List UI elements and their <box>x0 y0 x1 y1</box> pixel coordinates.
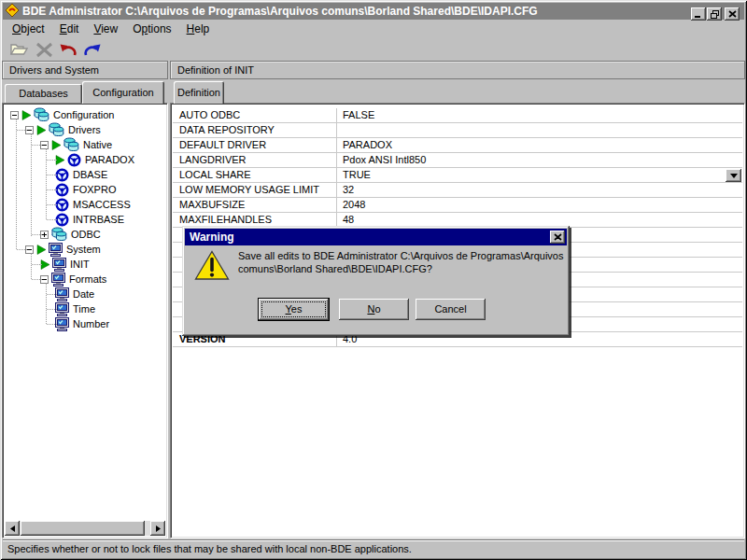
tree-item-number[interactable]: Number <box>55 316 109 331</box>
menu-view[interactable]: View <box>86 21 125 37</box>
tree-item-native[interactable]: Native <box>40 137 112 152</box>
param-name-cell[interactable]: MAXBUFSIZE <box>173 198 337 212</box>
param-name-cell[interactable]: LOCAL SHARE <box>173 168 337 182</box>
scroll-left-button[interactable] <box>5 521 20 536</box>
delete-button[interactable] <box>32 39 56 60</box>
scroll-right-button[interactable] <box>150 521 165 536</box>
grid-row-auto-odbc: AUTO ODBCFALSE <box>173 108 742 123</box>
left-panel-header: Drivers and System <box>2 61 168 79</box>
window-titlebar[interactable]: BDE Administrator C:\Arquivos de Program… <box>3 3 744 20</box>
tree-connector <box>32 279 42 280</box>
dialog-titlebar[interactable]: Warning <box>185 229 567 245</box>
tree-connector <box>17 130 27 131</box>
driver-icon <box>67 153 81 167</box>
tree-item-time[interactable]: Time <box>55 301 95 316</box>
cancel-button[interactable]: Cancel <box>416 299 486 320</box>
dialog-title: Warning <box>190 231 234 244</box>
param-name-cell[interactable]: AUTO ODBC <box>173 108 337 122</box>
dialog-close-icon[interactable] <box>550 231 565 244</box>
tree-item-label: INTRBASE <box>73 214 124 225</box>
param-name-cell[interactable]: LANGDRIVER <box>173 153 337 167</box>
no-button[interactable]: No <box>339 299 409 320</box>
tree-item-dbase[interactable]: DBASE <box>55 167 107 182</box>
param-value-cell[interactable] <box>337 123 742 137</box>
right-panel-header: Definition of INIT <box>170 61 745 79</box>
close-button[interactable] <box>725 7 740 21</box>
param-value-cell[interactable]: TRUE <box>337 168 742 182</box>
tree-item-label: Formats <box>69 273 106 285</box>
restore-button[interactable] <box>707 7 722 21</box>
tree-item-foxpro[interactable]: FOXPRO <box>55 182 116 197</box>
tree-connector <box>16 119 17 249</box>
redo-button[interactable] <box>80 39 105 60</box>
computer-icon <box>55 287 69 301</box>
tree-item-label: INIT <box>70 259 90 270</box>
param-name-cell[interactable]: DEFAULT DRIVER <box>173 138 337 152</box>
right-panel-header-label: Definition of INIT <box>177 64 254 76</box>
menu-options[interactable]: Options <box>125 21 178 37</box>
undo-button[interactable] <box>56 39 80 60</box>
app-icon <box>6 4 19 19</box>
tree-item-label: DBASE <box>73 169 107 180</box>
value-dropdown-button[interactable] <box>726 169 741 182</box>
tree-item-date[interactable]: Date <box>55 287 94 301</box>
tree-connector <box>31 253 32 279</box>
tree-item-label: Drivers <box>68 124 101 135</box>
computer-icon <box>55 302 69 316</box>
database-icon <box>49 122 64 137</box>
computer-icon <box>55 317 69 331</box>
tree-item-msaccess[interactable]: MSACCESS <box>55 197 131 212</box>
tree-item-formats[interactable]: Formats <box>40 272 106 287</box>
tree-connector <box>47 175 57 175</box>
database-icon <box>34 107 49 122</box>
left-panel-header-label: Drivers and System <box>9 64 99 76</box>
tree-item-label: Number <box>73 318 109 329</box>
param-value-cell[interactable]: 48 <box>337 213 742 227</box>
tree-item-paradox[interactable]: PARADOX <box>55 152 134 167</box>
param-name-cell[interactable]: DATA REPOSITORY <box>173 123 337 137</box>
warning-icon <box>194 250 230 283</box>
menu-help[interactable]: Help <box>179 21 218 37</box>
tree-connector <box>46 283 47 324</box>
menu-object[interactable]: Object <box>5 21 52 37</box>
modified-arrow-icon <box>21 110 32 120</box>
tree-connector <box>47 204 57 205</box>
tree-item-odbc[interactable]: ODBC <box>40 227 101 242</box>
tree-item-drivers[interactable]: Drivers <box>25 122 101 137</box>
tree-connector <box>47 160 57 161</box>
tree-item-system[interactable]: System <box>25 242 101 257</box>
tree-item-label: PARADOX <box>85 154 134 165</box>
tab-databases[interactable]: Databases <box>5 84 82 103</box>
grid-row-local-share: LOCAL SHARETRUE <box>173 168 742 183</box>
param-value-cell[interactable]: FALSE <box>337 108 742 122</box>
tab-definition[interactable]: Definition <box>174 81 224 104</box>
tree-connector <box>32 145 42 146</box>
param-value-cell[interactable]: 2048 <box>337 198 742 212</box>
param-name-cell[interactable]: MAXFILEHANDLES <box>173 213 337 227</box>
yes-button[interactable]: Yes <box>259 299 329 320</box>
tree-item-label: Date <box>73 288 94 300</box>
scrollbar-thumb[interactable] <box>21 521 145 536</box>
tree-horizontal-scrollbar[interactable] <box>5 521 165 536</box>
param-value-cell[interactable]: Pdox ANSI Intl850 <box>337 153 742 167</box>
param-name-cell[interactable]: LOW MEMORY USAGE LIMIT <box>173 183 337 197</box>
tree-connector <box>17 249 27 250</box>
driver-icon <box>55 213 69 227</box>
collapse-box[interactable] <box>10 111 19 119</box>
grid-row-low-memory-usage-limit: LOW MEMORY USAGE LIMIT32 <box>173 183 742 198</box>
computer-icon <box>51 273 65 287</box>
menu-edit[interactable]: Edit <box>52 21 87 37</box>
tree-connector <box>47 219 57 220</box>
tree-item-init[interactable]: INIT <box>40 257 90 272</box>
param-value-cell[interactable]: PARADOX <box>337 138 742 152</box>
param-value-cell[interactable]: 32 <box>337 183 742 197</box>
menu-bar: ObjectEditViewOptionsHelp <box>3 21 744 37</box>
tree-item-configuration[interactable]: Configuration <box>10 107 114 122</box>
tree-item-intrbase[interactable]: INTRBASE <box>55 212 124 227</box>
tree-item-label: System <box>66 244 101 255</box>
minimize-button[interactable] <box>691 7 706 21</box>
open-button[interactable] <box>7 39 32 60</box>
computer-icon <box>52 258 66 272</box>
tab-configuration[interactable]: Configuration <box>82 81 164 104</box>
tree-item-label: Native <box>83 139 112 150</box>
